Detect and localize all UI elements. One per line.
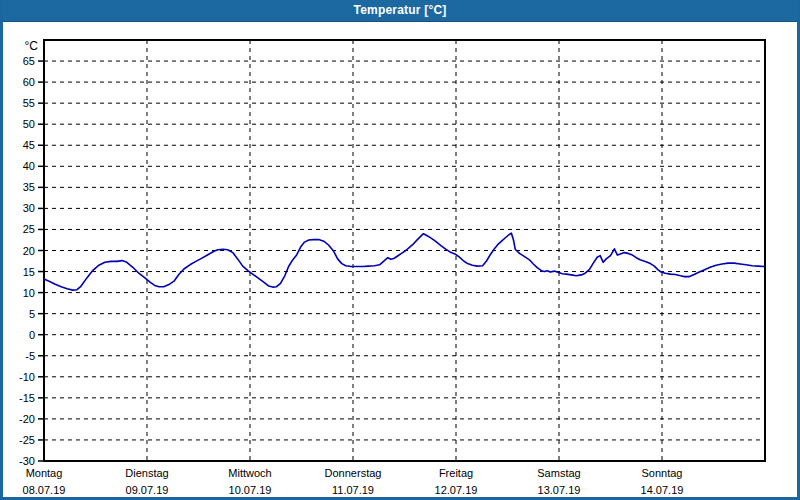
y-tick-label: -25: [19, 434, 35, 446]
y-tick-label: 45: [23, 139, 35, 151]
y-tick-label: 0: [29, 329, 35, 341]
y-tick-label: 55: [23, 97, 35, 109]
y-tick-label: 25: [23, 223, 35, 235]
y-axis-unit-label: °C: [25, 39, 39, 53]
x-day-label: Sonntag: [642, 467, 683, 479]
x-date-label: 14.07.19: [641, 484, 684, 496]
y-tick-label: -30: [19, 455, 35, 467]
y-tick-label: 5: [29, 308, 35, 320]
y-tick-label: -10: [19, 371, 35, 383]
x-day-label: Donnerstag: [325, 467, 382, 479]
y-tick-label: -15: [19, 392, 35, 404]
x-date-label: 10.07.19: [229, 484, 272, 496]
y-tick-label: 30: [23, 202, 35, 214]
x-date-label: 08.07.19: [23, 484, 66, 496]
chart-window: Temperatur [°C] 656055504540353025201510…: [0, 0, 800, 500]
y-tick-label: 35: [23, 181, 35, 193]
x-date-label: 12.07.19: [435, 484, 478, 496]
x-date-label: 11.07.19: [332, 484, 374, 496]
x-day-label: Samstag: [537, 467, 580, 479]
y-tick-label: -5: [25, 350, 35, 362]
x-date-label: 13.07.19: [538, 484, 581, 496]
y-tick-label: 10: [23, 287, 35, 299]
x-day-label: Montag: [26, 467, 63, 479]
y-tick-label: 65: [23, 55, 35, 67]
x-date-label: 09.07.19: [126, 484, 169, 496]
y-tick-label: 40: [23, 160, 35, 172]
temperature-series-line: [44, 233, 764, 290]
y-tick-label: 15: [23, 266, 35, 278]
y-tick-label: 50: [23, 118, 35, 130]
temperature-chart: 65605550454035302520151050-5-10-15-20-25…: [3, 0, 800, 500]
y-tick-label: 60: [23, 76, 35, 88]
y-tick-label: 20: [23, 245, 35, 257]
x-day-label: Mittwoch: [228, 467, 271, 479]
x-day-label: Freitag: [439, 467, 473, 479]
x-day-label: Dienstag: [125, 467, 168, 479]
y-tick-label: -20: [19, 413, 35, 425]
